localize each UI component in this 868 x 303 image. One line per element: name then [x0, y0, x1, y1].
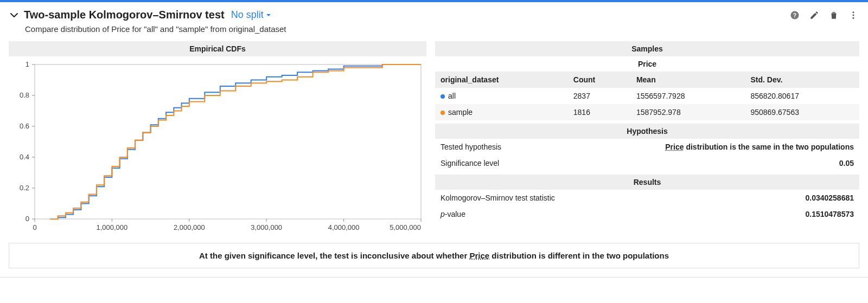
tested-label: Tested hypothesis [435, 139, 547, 155]
help-icon[interactable]: ? [789, 9, 801, 21]
ecdf-chart: 00.20.40.60.8101,000,0002,000,0003,000,0… [9, 56, 426, 235]
svg-point-3 [853, 14, 854, 16]
svg-text:4,000,000: 4,000,000 [328, 223, 360, 231]
p-label: p-value [435, 206, 723, 222]
row-std: 950869.67563 [745, 104, 859, 120]
stat-label: Kolmogorov–Smirnov test statistic [435, 190, 723, 206]
chart-title: Empirical CDFs [9, 41, 426, 56]
svg-point-2 [853, 11, 854, 13]
conclusion: At the given significance level, the tes… [9, 243, 859, 268]
svg-text:0.8: 0.8 [20, 91, 29, 99]
stats-panel: Samples Price original_dataset Count Mea… [435, 41, 859, 235]
split-label: No split [231, 9, 264, 21]
row-count: 2837 [568, 88, 631, 104]
card-body: Empirical CDFs 00.20.40.60.8101,000,0002… [9, 41, 859, 235]
row-mean: 1587952.978 [631, 104, 745, 120]
svg-text:1: 1 [25, 60, 29, 68]
svg-text:3,000,000: 3,000,000 [251, 223, 282, 231]
more-icon[interactable] [847, 9, 859, 21]
svg-text:0: 0 [33, 223, 36, 231]
samples-table: original_dataset Count Mean Std. Dev. al… [435, 72, 859, 120]
split-dropdown[interactable]: No split [231, 9, 271, 21]
table-row: all28371556597.7928856820.80617 [435, 88, 859, 104]
row-name: all [435, 88, 568, 104]
col-count: Count [568, 72, 631, 88]
delete-icon[interactable] [828, 9, 840, 21]
stat-value: 0.0340258681 [723, 190, 859, 206]
chart-panel: Empirical CDFs 00.20.40.60.8101,000,0002… [9, 41, 426, 235]
row-name: sample [435, 104, 568, 120]
caret-down-icon [266, 9, 271, 21]
table-row: sample18161587952.978950869.67563 [435, 104, 859, 120]
svg-text:5,000,000: 5,000,000 [390, 223, 421, 231]
svg-text:0.2: 0.2 [20, 184, 29, 192]
sig-label: Significance level [435, 155, 547, 171]
hypothesis-table: Tested hypothesis Price distribution is … [435, 139, 859, 171]
hypothesis-title: Hypothesis [435, 124, 859, 139]
row-mean: 1556597.7928 [631, 88, 745, 104]
svg-point-4 [853, 17, 854, 18]
col-std: Std. Dev. [745, 72, 859, 88]
row-std: 856820.80617 [745, 88, 859, 104]
svg-text:0.6: 0.6 [20, 122, 29, 130]
svg-text:?: ? [793, 11, 796, 18]
card-title: Two-sample Kolmogorov–Smirnov test [24, 9, 225, 21]
results-title: Results [435, 175, 859, 190]
card-header: Two-sample Kolmogorov–Smirnov test No sp… [9, 9, 859, 21]
row-count: 1816 [568, 104, 631, 120]
samples-title: Samples [435, 41, 859, 56]
svg-text:0: 0 [25, 215, 29, 223]
svg-text:2,000,000: 2,000,000 [174, 223, 205, 231]
col-mean: Mean [631, 72, 745, 88]
card-subtitle: Compare distribution of Price for "all" … [25, 24, 859, 34]
col-group: original_dataset [435, 72, 568, 88]
sig-value: 0.05 [547, 155, 859, 171]
p-value: 0.1510478573 [723, 206, 859, 222]
svg-text:1,000,000: 1,000,000 [96, 223, 127, 231]
collapse-icon[interactable] [9, 10, 20, 21]
tested-value: Price distribution is the same in the tw… [547, 139, 859, 155]
results-table: Kolmogorov–Smirnov test statistic 0.0340… [435, 190, 859, 222]
svg-text:0.4: 0.4 [20, 153, 29, 161]
edit-icon[interactable] [808, 9, 820, 21]
card: Two-sample Kolmogorov–Smirnov test No sp… [0, 0, 868, 278]
samples-value-label: Price [435, 56, 859, 72]
